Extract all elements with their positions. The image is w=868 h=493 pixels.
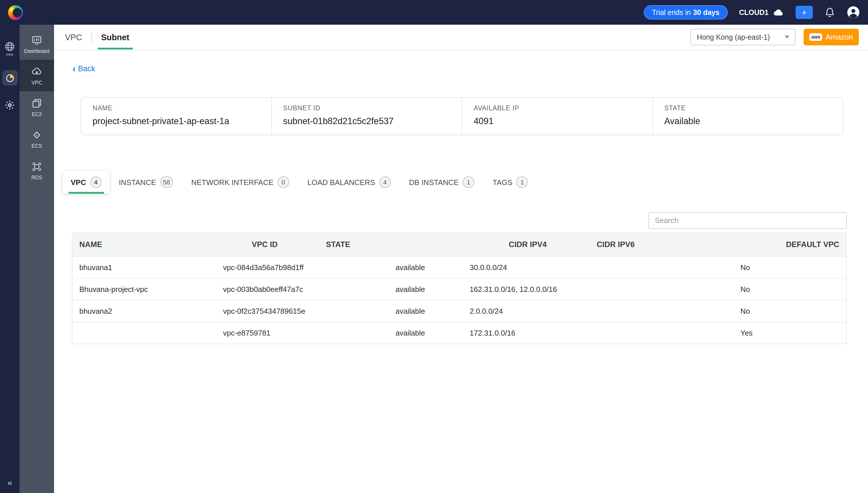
resource-tab-count-badge: 1 <box>463 176 474 188</box>
dns-globe-icon <box>4 41 16 52</box>
resource-tab[interactable]: VPC 4 <box>63 171 109 194</box>
app-logo[interactable] <box>8 5 23 20</box>
resource-tab-label: NETWORK INTERFACE <box>191 178 274 187</box>
table-row[interactable]: Bhuvana-project-vpc vpc-003b0ab0eeff47a7… <box>72 278 846 300</box>
tab-divider <box>91 33 92 42</box>
cell-default-vpc: Yes <box>734 322 846 344</box>
cell-state: available <box>388 322 463 344</box>
cell-cidr-ipv6 <box>645 301 734 322</box>
back-link[interactable]: ‹ Back <box>72 64 95 73</box>
resource-tab[interactable]: DB INSTANCE 1 <box>400 171 483 194</box>
table-row[interactable]: bhuvana1 vpc-084d3a56a7b98d1ff available… <box>72 256 846 278</box>
plus-icon: + <box>802 7 807 17</box>
aws-logo: aws <box>809 34 822 41</box>
column-header: STATE <box>319 233 502 256</box>
cell-cidr-ipv4: 162.31.0.0/16, 12.0.0.0/16 <box>463 279 645 300</box>
back-label: Back <box>78 64 95 73</box>
cell-vpc-id: vpc-e8759781 <box>216 322 388 344</box>
column-header: CIDR IPV6 <box>590 233 779 256</box>
cell-cidr-ipv4: 30.0.0.0/24 <box>463 257 645 278</box>
cell-vpc-id: vpc-084d3a56a7b98d1ff <box>216 257 388 278</box>
ecs-container-icon <box>31 129 43 141</box>
collapse-sidebar-icon[interactable]: « <box>0 477 20 487</box>
account-switcher[interactable]: CLOUD1 <box>739 8 784 16</box>
service-sidebar: Dashboard VPC EC2 ECS RDS <box>20 25 54 493</box>
region-selector[interactable]: Hong Kong (ap-east-1) <box>691 29 796 45</box>
cell-cidr-ipv4: 172.31.0.0/16 <box>463 322 645 344</box>
sidebar-item-rds[interactable]: RDS <box>20 154 54 186</box>
sidebar-item-label: EC2 <box>31 111 42 117</box>
resource-tab-count-badge: 58 <box>160 176 173 188</box>
rail-item-monitoring[interactable] <box>2 70 18 86</box>
resource-tab[interactable]: LOAD BALANCERS 4 <box>298 171 400 194</box>
column-header: VPC ID <box>245 233 319 256</box>
resource-tab-count-badge: 0 <box>278 176 289 188</box>
rail-item-settings[interactable] <box>4 100 16 111</box>
sidebar-item-ec2[interactable]: EC2 <box>20 91 54 123</box>
summary-field: STATE Available <box>652 98 843 134</box>
main-area: VPC Subnet Hong Kong (ap-east-1) aws Ama… <box>54 25 868 493</box>
cell-state: available <box>388 279 463 300</box>
resource-tab[interactable]: INSTANCE 58 <box>109 171 182 194</box>
resource-tab[interactable]: TAGS 1 <box>483 171 537 194</box>
page-header: VPC Subnet Hong Kong (ap-east-1) aws Ama… <box>54 25 868 49</box>
cloud-icon <box>772 8 784 16</box>
sidebar-item-dashboard[interactable]: Dashboard <box>20 28 54 60</box>
sidebar-item-ecs[interactable]: ECS <box>20 123 54 154</box>
user-avatar[interactable] <box>847 6 860 19</box>
vpc-table: NAMEVPC IDSTATECIDR IPV4CIDR IPV6DEFAULT… <box>72 233 847 344</box>
summary-field-value: project-subnet-private1-ap-east-1a <box>92 116 271 126</box>
provider-label: Amazon <box>826 33 853 41</box>
sidebar-item-label: RDS <box>31 174 42 180</box>
rds-database-icon <box>31 160 43 172</box>
tab-vpc[interactable]: VPC <box>65 25 82 49</box>
summary-field-value: subnet-01b82d21c5c2fe537 <box>283 116 462 126</box>
resource-tab-label: LOAD BALANCERS <box>308 178 375 187</box>
dns-label: DNS <box>6 53 13 56</box>
resource-tab-count-badge: 1 <box>516 176 528 188</box>
table-row[interactable]: vpc-e8759781 available 172.31.0.0/16 Yes <box>72 322 846 344</box>
summary-field-value: 4091 <box>474 116 652 126</box>
summary-field-value: Available <box>664 116 843 126</box>
table-body: bhuvana1 vpc-084d3a56a7b98d1ff available… <box>72 256 846 344</box>
tab-subnet[interactable]: Subnet <box>101 25 129 49</box>
summary-field: SUBNET ID subnet-01b82d21c5c2fe537 <box>271 98 462 134</box>
topbar-actions: Trial ends in 30 days CLOUD1 + <box>644 5 860 20</box>
dashboard-icon <box>31 34 43 46</box>
provider-amazon-button[interactable]: aws Amazon <box>804 29 859 45</box>
column-header: NAME <box>72 233 245 256</box>
cell-cidr-ipv6 <box>645 322 734 344</box>
back-chevron-icon: ‹ <box>72 65 76 72</box>
cell-state: available <box>388 257 463 278</box>
cell-name <box>72 322 216 344</box>
cell-default-vpc: No <box>734 279 846 300</box>
resource-tab-label: VPC <box>71 178 86 187</box>
summary-field-label: AVAILABLE IP <box>474 105 652 111</box>
resource-tab-label: INSTANCE <box>119 178 156 187</box>
summary-field: NAME project-subnet-private1-ap-east-1a <box>81 98 271 134</box>
icon-rail: DNS « <box>0 25 20 493</box>
cell-name: bhuvana1 <box>72 257 216 278</box>
sidebar-item-vpc[interactable]: VPC <box>20 60 54 91</box>
cell-vpc-id: vpc-0f2c375434789615e <box>216 301 388 322</box>
sidebar-item-label: ECS <box>31 143 42 149</box>
cell-cidr-ipv6 <box>645 279 734 300</box>
search-input[interactable] <box>649 212 847 229</box>
rail-item-dns[interactable]: DNS <box>4 41 16 56</box>
resource-tab-count-badge: 4 <box>379 176 390 188</box>
trial-banner[interactable]: Trial ends in 30 days <box>644 5 727 20</box>
resource-tabs: VPC 4 INSTANCE 58 NETWORK INTERFACE 0 LO… <box>63 171 868 194</box>
table-toolbar <box>72 212 847 229</box>
resource-tab[interactable]: NETWORK INTERFACE 0 <box>182 171 298 194</box>
table-header-row: NAMEVPC IDSTATECIDR IPV4CIDR IPV6DEFAULT… <box>72 233 846 256</box>
column-header: CIDR IPV4 <box>502 233 590 256</box>
add-button[interactable]: + <box>796 6 813 19</box>
sidebar-item-label: VPC <box>31 80 42 85</box>
table-row[interactable]: bhuvana2 vpc-0f2c375434789615e available… <box>72 300 846 322</box>
notifications-bell-icon[interactable] <box>824 7 835 18</box>
cell-cidr-ipv6 <box>645 257 734 278</box>
ec2-instances-icon <box>31 98 43 109</box>
trial-text: Trial ends in <box>652 8 691 16</box>
summary-field-label: NAME <box>92 105 271 111</box>
subnet-summary-card: NAME project-subnet-private1-ap-east-1a … <box>81 97 843 135</box>
